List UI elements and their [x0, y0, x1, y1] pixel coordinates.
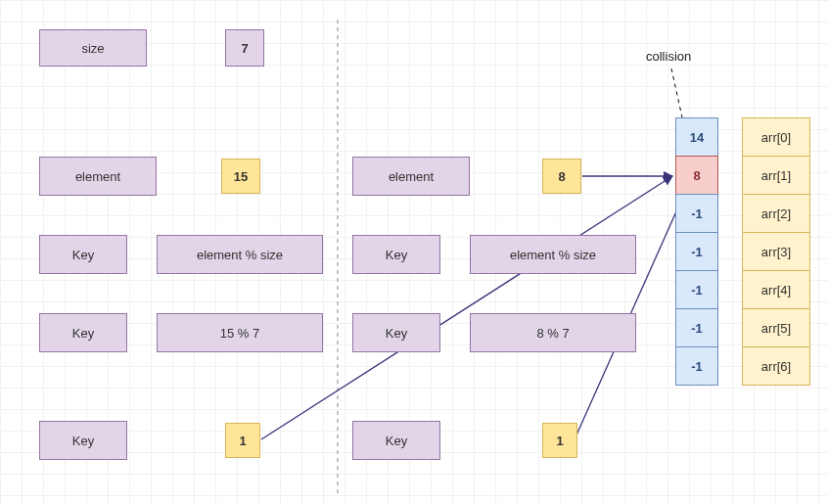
hash-cell: -1 — [675, 308, 718, 347]
index-label: arr[4] — [742, 270, 810, 309]
left-key3-label: Key — [39, 421, 127, 460]
hash-indices: arr[0] arr[1] arr[2] arr[3] arr[4] arr[5… — [742, 117, 810, 386]
index-label: arr[0] — [742, 117, 810, 157]
index-label: arr[1] — [742, 156, 810, 195]
index-label: arr[5] — [742, 308, 810, 347]
size-value: 7 — [225, 29, 264, 67]
hash-cell: -1 — [675, 194, 718, 233]
hash-cell: -1 — [675, 346, 718, 386]
right-key3-value: 1 — [542, 423, 577, 458]
left-key2-value: 15 % 7 — [157, 313, 323, 352]
index-label: arr[2] — [742, 194, 810, 233]
hash-cell: -1 — [675, 232, 718, 271]
left-element-label: element — [39, 157, 157, 196]
left-key3-value: 1 — [225, 423, 260, 458]
hash-table: 14 8 -1 -1 -1 -1 -1 — [675, 117, 718, 386]
right-key1-label: Key — [352, 235, 440, 274]
collision-label: collision — [646, 49, 691, 64]
svg-line-2 — [261, 176, 672, 439]
left-key2-label: Key — [39, 313, 127, 352]
index-label: arr[3] — [742, 232, 810, 271]
right-key1-value: element % size — [470, 235, 636, 274]
right-key3-label: Key — [352, 421, 440, 460]
hash-cell-collision: 8 — [675, 156, 718, 195]
right-element-value: 8 — [542, 159, 581, 194]
right-key2-value: 8 % 7 — [470, 313, 636, 352]
left-key1-value: element % size — [157, 235, 323, 274]
right-key2-label: Key — [352, 313, 440, 352]
left-key1-label: Key — [39, 235, 127, 274]
hash-cell: -1 — [675, 270, 718, 309]
left-element-value: 15 — [221, 159, 260, 194]
size-label: size — [39, 29, 147, 67]
right-element-label: element — [352, 157, 470, 196]
index-label: arr[6] — [742, 346, 810, 386]
hash-cell: 14 — [675, 117, 718, 157]
